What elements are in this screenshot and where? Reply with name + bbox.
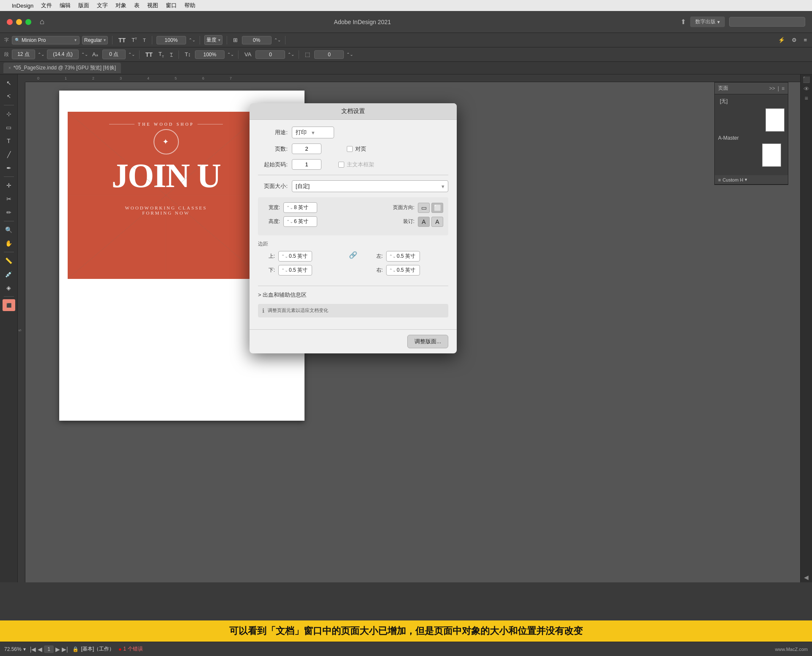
va2-input[interactable]: 0: [255, 50, 285, 59]
close-button[interactable]: [7, 19, 13, 25]
pages-menu-icon[interactable]: ≡: [782, 85, 785, 91]
menu-object[interactable]: 对象: [115, 2, 126, 9]
menu-help[interactable]: 帮助: [184, 2, 195, 9]
dialog-margin-right-input[interactable]: ⌃⌄ 0.5 英寸: [386, 265, 420, 276]
fill-stroke-tool[interactable]: ⬛: [3, 299, 15, 311]
dialog-facing-checkbox[interactable]: [347, 146, 353, 152]
page-number[interactable]: 1: [44, 645, 54, 653]
tt2-icon[interactable]: TT: [144, 50, 154, 59]
global-search-input[interactable]: [729, 17, 805, 27]
dialog-margin-top-input[interactable]: ⌃⌄ 0.5 英寸: [278, 251, 312, 262]
dialog-height-input[interactable]: ⌃⌄ 6 英寸: [283, 216, 317, 227]
kerning-stepper[interactable]: ⌃⌄: [274, 38, 281, 42]
zoom-dropdown-icon[interactable]: ▾: [23, 646, 26, 652]
maximize-button[interactable]: [25, 19, 31, 25]
baseline-stepper[interactable]: ⌃⌄: [128, 52, 135, 57]
page-thumb-master[interactable]: [718, 141, 785, 168]
dialog-pagesize-select[interactable]: [自定] ▾: [292, 180, 448, 192]
font-style-select[interactable]: Regular ▾: [82, 36, 108, 44]
document-tab[interactable]: × *05_PageSize.indd @ 73% [GPU 预览] [转换]: [3, 63, 121, 73]
baseline-input[interactable]: 0 点: [102, 50, 126, 59]
font-size-input[interactable]: 100%: [156, 36, 186, 44]
type-tool[interactable]: T: [3, 135, 15, 147]
menu-file[interactable]: 文件: [41, 2, 52, 9]
binding-left-btn[interactable]: A: [418, 217, 430, 227]
frame-tool[interactable]: ⊹: [3, 108, 15, 120]
share-icon[interactable]: ⬆: [680, 18, 686, 26]
tt-regular-icon[interactable]: TT: [117, 36, 127, 44]
menu-text[interactable]: 文字: [97, 2, 108, 9]
extra-stepper[interactable]: ⌃⌄: [346, 52, 353, 57]
panel-switch-icon[interactable]: ⬛: [803, 76, 810, 83]
kerning-input[interactable]: 0%: [242, 36, 272, 44]
size-stepper[interactable]: ⌃⌄: [189, 38, 195, 42]
custom-h-chevron[interactable]: ▾: [745, 177, 747, 182]
extra-input[interactable]: 0: [314, 50, 344, 59]
portrait-btn[interactable]: ▭: [418, 203, 430, 213]
custom-h-label[interactable]: Custom H: [722, 177, 743, 182]
panel-eye-icon[interactable]: 👁: [804, 85, 809, 92]
scale-stepper[interactable]: ⌃⌄: [227, 52, 234, 57]
dialog-margin-bottom-input[interactable]: ⌃⌄ 0.5 英寸: [278, 265, 312, 276]
menu-indesign[interactable]: InDesign: [12, 3, 33, 9]
dialog-primary-checkbox[interactable]: [338, 162, 344, 168]
pencil-tool[interactable]: ✏: [3, 207, 15, 218]
panel-expand-icon[interactable]: ◀: [804, 574, 809, 581]
scissors-tool[interactable]: ✂: [3, 193, 15, 205]
menu-table[interactable]: 表: [134, 2, 140, 9]
tracking-stepper[interactable]: ⌃⌄: [81, 52, 88, 57]
scale-t-icon[interactable]: T↕: [183, 50, 192, 58]
menu-view[interactable]: 视图: [147, 2, 158, 9]
prev-page-btn[interactable]: ◀: [38, 646, 42, 653]
tab-close-icon[interactable]: ×: [8, 66, 11, 70]
scale-input[interactable]: 100%: [195, 50, 225, 59]
metrics-icon[interactable]: ⊞: [231, 36, 239, 44]
menu-edit[interactable]: 编辑: [60, 2, 71, 9]
landscape-btn[interactable]: ⬜: [431, 203, 443, 213]
binding-right-btn[interactable]: A: [431, 217, 443, 227]
dialog-margin-left-input[interactable]: ⌃⌄ 0.5 英寸: [386, 251, 420, 262]
panel-more-icon[interactable]: ≡: [804, 95, 808, 102]
minimize-button[interactable]: [16, 19, 22, 25]
tracking-input[interactable]: (14.4 点): [47, 50, 79, 59]
dialog-bleed-label[interactable]: > 出血和辅助信息区: [258, 291, 307, 299]
dialog-width-input[interactable]: ⌃⌄ 8 英寸: [283, 202, 317, 213]
content-tool[interactable]: ✛: [3, 179, 15, 191]
dialog-pages-input[interactable]: [292, 143, 321, 154]
next-page-btn[interactable]: ▶: [55, 646, 60, 653]
pen-tool[interactable]: ✒: [3, 162, 15, 174]
direct-select-tool[interactable]: ↖̈: [3, 91, 15, 102]
tt-sup-icon[interactable]: TT: [130, 36, 139, 44]
font-family-select[interactable]: 🔍 Minion Pro ▾: [12, 36, 80, 44]
adjust-layout-button[interactable]: 调整版面...: [407, 335, 448, 348]
select-tool[interactable]: ↖: [3, 77, 15, 89]
gradient-tool[interactable]: ◈: [3, 282, 15, 294]
line-tool[interactable]: ╱: [3, 149, 15, 160]
dialog-purpose-select[interactable]: 打印 ▾: [292, 127, 334, 138]
chain-link-icon[interactable]: 🔗: [349, 251, 357, 259]
leading-stepper[interactable]: ⌃⌄: [38, 52, 44, 57]
error-status[interactable]: ● 1 个错误: [118, 645, 143, 653]
measure-tool[interactable]: 📏: [3, 255, 15, 267]
settings-icon[interactable]: ⚙: [790, 36, 798, 44]
va-select[interactable]: 量度 ▾: [204, 35, 222, 45]
va2-stepper[interactable]: ⌃⌄: [288, 52, 294, 57]
leading-input[interactable]: 12 点: [12, 50, 35, 59]
home-icon[interactable]: ⌂: [40, 17, 44, 26]
canvas-area[interactable]: 0 1 2 3 4 5 6 7 0 1 2 3 4 5: [18, 74, 800, 582]
menu-window[interactable]: 窗口: [166, 2, 177, 9]
va2-icon[interactable]: VA: [243, 50, 253, 58]
lightning-icon[interactable]: ⚡: [776, 36, 787, 44]
tt2-small-icon[interactable]: T̲: [168, 51, 174, 58]
frame-icon[interactable]: ⬚: [303, 50, 312, 58]
menu-icon[interactable]: ≡: [802, 36, 809, 44]
tt2-sub-icon[interactable]: TT: [157, 50, 166, 59]
last-page-btn[interactable]: ▶|: [62, 646, 68, 653]
publish-button[interactable]: 数字出版 ▾: [690, 17, 725, 27]
dialog-startpage-input[interactable]: [292, 159, 321, 170]
eyedropper-tool[interactable]: 💉: [3, 268, 15, 280]
hand-tool[interactable]: ✋: [3, 237, 15, 249]
rect-frame-tool[interactable]: ▭: [3, 121, 15, 133]
first-page-btn[interactable]: |◀: [30, 646, 36, 653]
pages-expand-icon[interactable]: >>: [769, 85, 775, 91]
